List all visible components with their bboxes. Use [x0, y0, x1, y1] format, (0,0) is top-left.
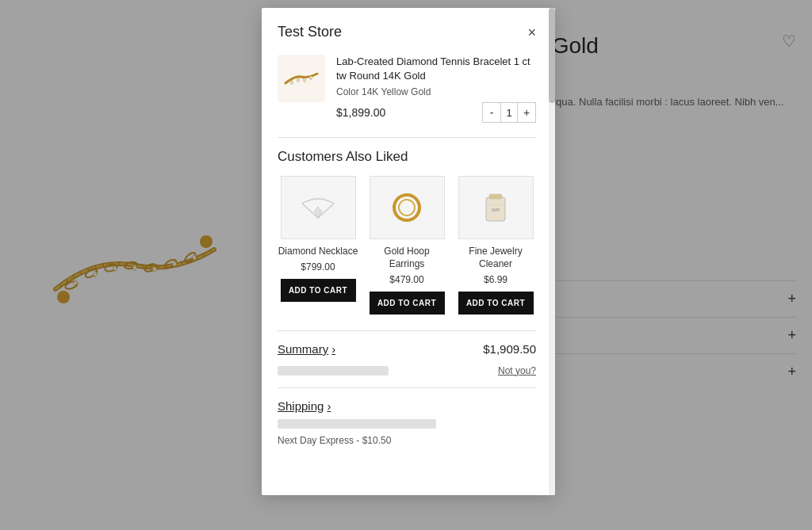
recommendation-name-1: Gold Hoop Earrings [366, 246, 447, 270]
summary-total: $1,909.50 [483, 342, 536, 356]
cart-product-row: Lab-Created Diamond Tennis Bracelet 1 ct… [278, 55, 536, 123]
cart-product-price-row: $1,899.00 - 1 + [336, 102, 536, 123]
quantity-value: 1 [500, 103, 518, 122]
scrollbar[interactable] [549, 8, 555, 495]
gold-hoop-earrings-image [383, 188, 431, 227]
recommendation-add-cart-1[interactable]: ADD TO CART [370, 292, 445, 315]
not-you-link[interactable]: Not you? [498, 365, 536, 376]
recommendation-item-1: Gold Hoop Earrings $479.00 ADD TO CART [366, 176, 447, 314]
shipping-chevron-icon: › [327, 399, 331, 413]
shipping-method: Next Day Express - $10.50 [278, 435, 536, 446]
modal-title: Test Store [278, 24, 342, 40]
summary-email-blurred [278, 366, 389, 376]
cart-product-color: Color 14K Yellow Gold [336, 86, 536, 97]
cart-product-image [282, 66, 320, 91]
jewelry-cleaner-image: WR [472, 188, 519, 227]
summary-email-row: Not you? [278, 365, 536, 376]
divider-3 [278, 387, 536, 388]
recommendation-add-cart-2[interactable]: ADD TO CART [458, 292, 534, 315]
summary-row: Summary › $1,909.50 [278, 342, 536, 356]
cart-product-thumbnail [278, 55, 325, 102]
cart-product-info: Lab-Created Diamond Tennis Bracelet 1 ct… [336, 55, 536, 123]
recommendation-price-2: $6.99 [484, 274, 508, 285]
svg-marker-20 [314, 207, 322, 218]
modal-content: Test Store × Lab-Created Diamond Tennis … [262, 8, 555, 495]
recommendation-item-2: WR Fine Jewelry Cleaner $6.99 ADD TO CAR… [455, 176, 536, 314]
cart-product-price: $1,899.00 [336, 106, 385, 119]
summary-link[interactable]: Summary › [278, 342, 335, 356]
quantity-increase-button[interactable]: + [518, 102, 535, 123]
recommendation-add-cart-0[interactable]: ADD TO CART [281, 279, 356, 302]
shipping-address-blurred [278, 419, 436, 429]
also-liked-grid: Diamond Necklace $799.00 ADD TO CART Gol… [278, 176, 536, 314]
cart-product-name: Lab-Created Diamond Tennis Bracelet 1 ct… [336, 55, 536, 83]
diamond-necklace-image [294, 188, 342, 227]
summary-label: Summary [278, 342, 328, 356]
recommendation-name-0: Diamond Necklace [278, 246, 358, 258]
svg-text:WR: WR [492, 208, 500, 212]
summary-chevron-icon: › [331, 342, 335, 356]
customers-also-liked-title: Customers Also Liked [278, 149, 536, 165]
modal-close-button[interactable]: × [527, 25, 536, 40]
shipping-link[interactable]: Shipping › [278, 399, 536, 413]
svg-point-21 [394, 195, 419, 220]
recommendation-thumb-0 [281, 176, 356, 239]
scrollbar-thumb [549, 8, 555, 103]
shipping-label: Shipping [278, 399, 324, 413]
modal-header: Test Store × [278, 24, 536, 40]
recommendation-price-0: $799.00 [301, 261, 335, 273]
quantity-control: - 1 + [482, 102, 536, 123]
svg-marker-17 [297, 78, 300, 82]
recommendation-item-0: Diamond Necklace $799.00 ADD TO CART [278, 176, 358, 314]
quantity-decrease-button[interactable]: - [483, 102, 500, 123]
divider-2 [278, 330, 536, 331]
recommendation-name-2: Fine Jewelry Cleaner [455, 246, 536, 270]
svg-rect-24 [489, 194, 502, 199]
divider-1 [278, 137, 536, 138]
recommendation-thumb-2: WR [458, 176, 534, 239]
svg-point-22 [399, 200, 415, 215]
cart-modal: Test Store × Lab-Created Diamond Tennis … [262, 8, 555, 495]
recommendation-thumb-1 [370, 176, 445, 239]
recommendation-price-1: $479.00 [389, 274, 423, 285]
